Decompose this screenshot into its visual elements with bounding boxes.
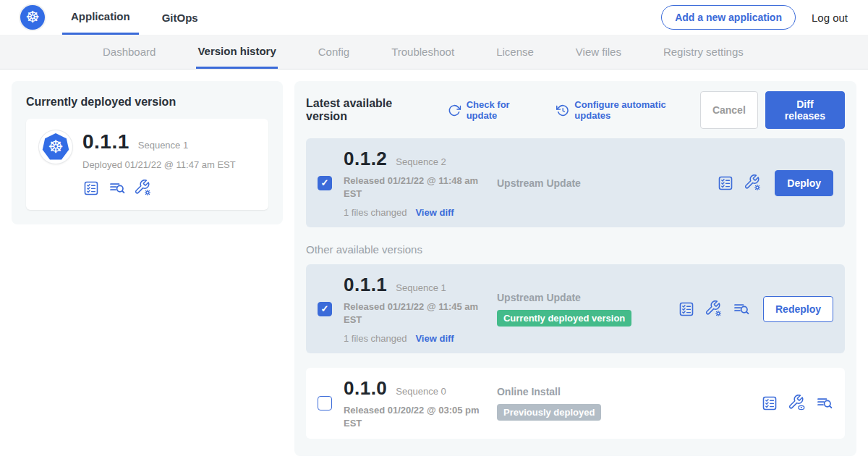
preflight-checks-icon[interactable] (761, 395, 778, 412)
kubernetes-logo (20, 5, 45, 30)
check-for-update-label: Check for update (467, 99, 540, 121)
subnav-config[interactable]: Config (317, 35, 351, 69)
subnav-license[interactable]: License (495, 35, 535, 69)
currently-deployed-panel: Currently deployed version 0.1.1 Sequenc… (12, 81, 283, 224)
deploy-button[interactable]: Deploy (775, 170, 833, 196)
deployed-version-label: 0.1.1 (82, 130, 129, 153)
deployed-version-card: 0.1.1 Sequence 1 Deployed 01/21/22 @ 11:… (26, 119, 268, 210)
subnav-version-history[interactable]: Version history (196, 35, 277, 69)
sequence-label: Sequence 0 (396, 386, 446, 397)
version-label: 0.1.1 (344, 274, 387, 296)
tab-gitops[interactable]: GitOps (153, 0, 207, 35)
preflight-checks-icon[interactable] (678, 300, 695, 318)
kubernetes-wheel-icon (25, 9, 40, 25)
currently-deployed-title: Currently deployed version (26, 96, 268, 109)
version-source: Upstream Update (497, 177, 678, 189)
clock-arrow-icon (556, 104, 569, 117)
version-info: 0.1.0 Sequence 0 Released 01/20/22 @ 03:… (344, 377, 497, 429)
source-label: Upstream Update (497, 177, 678, 189)
other-available-versions-title: Other available versions (306, 243, 845, 256)
config-view-icon[interactable] (788, 395, 806, 412)
redeploy-button[interactable]: Redeploy (763, 296, 833, 322)
kubernetes-heptagon (42, 133, 69, 161)
preflight-checks-icon[interactable] (82, 180, 100, 197)
version-history-page: Application GitOps Add a new application… (0, 0, 868, 459)
app-logo (39, 130, 72, 164)
version-info: 0.1.2 Sequence 2 Released 01/21/22 @ 11:… (344, 148, 497, 218)
view-diff-link[interactable]: View diff (415, 207, 454, 218)
files-changed-label: 1 files changed (344, 207, 407, 218)
released-timestamp: Released 01/21/22 @ 11:48 am EST (344, 174, 485, 200)
files-changed-label: 1 files changed (344, 333, 407, 344)
logout-link[interactable]: Log out (812, 12, 848, 24)
version-row-0-1-2: 0.1.2 Sequence 2 Released 01/21/22 @ 11:… (306, 138, 845, 227)
released-timestamp: Released 01/21/22 @ 11:45 am EST (344, 300, 485, 326)
top-nav-bar: Application GitOps Add a new application… (0, 0, 868, 35)
version-actions (761, 395, 833, 412)
app-sub-nav: Dashboard Version history Config Trouble… (0, 35, 868, 70)
configure-updates-label: Configure automatic updates (574, 99, 700, 121)
previously-deployed-badge: Previously deployed (497, 404, 601, 421)
cancel-button[interactable]: Cancel (700, 91, 758, 129)
deploy-logs-icon[interactable] (816, 395, 833, 412)
add-new-application-button[interactable]: Add a new application (661, 5, 796, 30)
version-label: 0.1.0 (344, 377, 387, 400)
released-timestamp: Released 01/20/22 @ 03:05 pm EST (344, 404, 485, 429)
version-actions: Redeploy (678, 296, 833, 322)
latest-version-title: Latest available version (306, 97, 432, 123)
diff-releases-button[interactable]: Diff releases (765, 91, 845, 129)
deployed-version-info: 0.1.1 Sequence 1 Deployed 01/21/22 @ 11:… (82, 130, 236, 197)
tab-application[interactable]: Application (62, 0, 139, 35)
check-for-update-link[interactable]: Check for update (448, 99, 540, 121)
version-info: 0.1.1 Sequence 1 Released 01/21/22 @ 11:… (344, 274, 497, 344)
version-source: Online Install Previously deployed (497, 386, 678, 421)
available-versions-panel: Latest available version Check for updat… (294, 81, 856, 456)
subnav-view-files[interactable]: View files (574, 35, 623, 69)
version-source: Upstream Update Currently deployed versi… (497, 292, 678, 327)
source-label: Online Install (497, 386, 678, 397)
config-gear-icon[interactable] (744, 174, 762, 192)
latest-version-header: Latest available version Check for updat… (306, 91, 845, 129)
deployed-sequence-label: Sequence 1 (138, 140, 188, 151)
version-label: 0.1.2 (344, 148, 387, 170)
version-row-0-1-0: 0.1.0 Sequence 0 Released 01/20/22 @ 03:… (306, 368, 845, 439)
deploy-logs-icon[interactable] (109, 180, 126, 197)
deployed-timestamp: Deployed 01/21/22 @ 11:47 am EST (82, 159, 236, 170)
version-actions: Deploy (717, 170, 833, 196)
configure-automatic-updates-link[interactable]: Configure automatic updates (556, 99, 700, 121)
config-gear-icon[interactable] (135, 180, 152, 197)
sequence-label: Sequence 2 (396, 156, 446, 167)
main-content: Currently deployed version 0.1.1 Sequenc… (0, 70, 868, 459)
refresh-icon (448, 104, 461, 117)
currently-deployed-badge: Currently deployed version (497, 310, 631, 327)
source-label: Upstream Update (497, 292, 678, 303)
kubernetes-wheel-icon (48, 138, 64, 156)
subnav-registry-settings[interactable]: Registry settings (662, 35, 745, 69)
deploy-logs-icon[interactable] (733, 300, 750, 318)
version-row-0-1-1: 0.1.1 Sequence 1 Released 01/21/22 @ 11:… (306, 264, 845, 353)
subnav-dashboard[interactable]: Dashboard (101, 35, 157, 69)
version-checkbox[interactable] (318, 396, 332, 410)
preflight-checks-icon[interactable] (717, 174, 734, 192)
version-checkbox[interactable] (318, 302, 332, 316)
subnav-troubleshoot[interactable]: Troubleshoot (390, 35, 456, 69)
config-gear-icon[interactable] (705, 300, 723, 318)
topbar-spacer (221, 0, 661, 35)
version-checkbox[interactable] (318, 176, 332, 190)
view-diff-link[interactable]: View diff (415, 333, 454, 344)
sequence-label: Sequence 1 (396, 282, 446, 293)
